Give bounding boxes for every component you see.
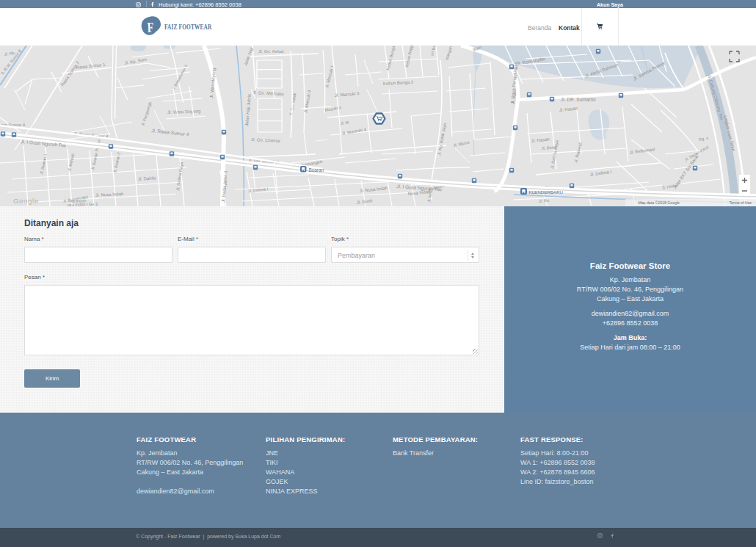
svg-text:KLENDERBARU: KLENDERBARU (529, 189, 563, 195)
svg-text:Jl. Gn. Kelud: Jl. Gn. Kelud (258, 49, 283, 54)
svg-text:Jl. DR. Sumarno: Jl. DR. Sumarno (561, 97, 596, 102)
svg-text:Terms of Use: Terms of Use (729, 200, 752, 205)
svg-text:Jl. Ru: Jl. Ru (539, 198, 550, 203)
svg-text:F: F (147, 19, 154, 35)
svg-text:Buaran: Buaran (309, 167, 324, 173)
svg-text:Google: Google (13, 197, 39, 205)
svg-text:Map data ©2018 Google: Map data ©2018 Google (638, 200, 680, 205)
